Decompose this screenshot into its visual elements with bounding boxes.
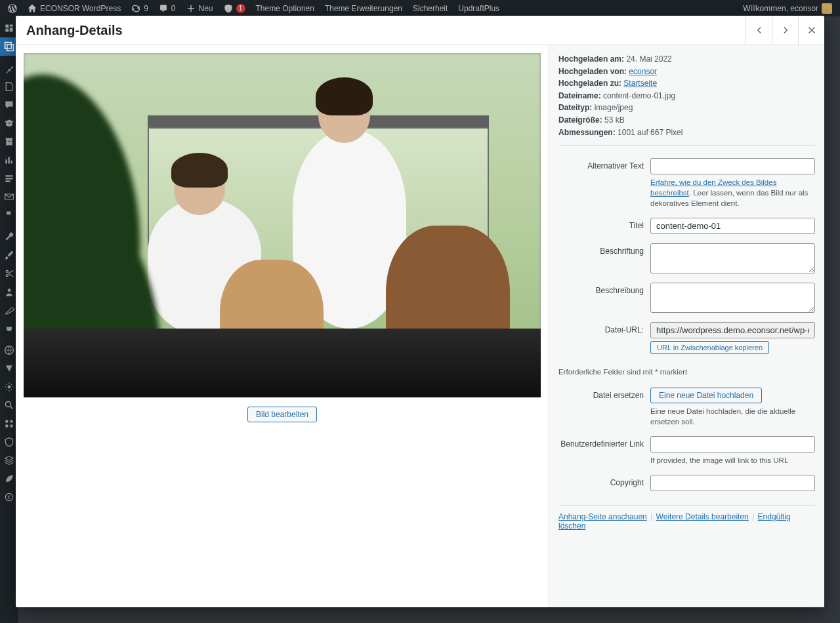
comments-count: 0: [171, 4, 176, 13]
required-note: Erforderliche Felder sind mit * markiert: [558, 367, 815, 377]
alt-text-label: Alternativer Text: [558, 158, 650, 171]
search-icon: [4, 400, 14, 411]
grid-icon: [4, 418, 14, 429]
title-input[interactable]: [650, 218, 815, 234]
layers-icon: [4, 455, 14, 466]
fileurl-label: Datei-URL:: [558, 322, 650, 334]
prev-button[interactable]: [746, 16, 772, 45]
greeting: Willkommen, econsor: [743, 4, 818, 13]
replace-help: Eine neue Datei hochladen, die die aktue…: [650, 406, 815, 427]
replace-label: Datei ersetzen: [558, 388, 650, 400]
new-label: Neu: [199, 4, 213, 13]
plug-icon: [4, 323, 14, 334]
plus-icon: [186, 4, 196, 13]
yoast-icon: [4, 363, 14, 374]
flag-icon: [4, 210, 14, 220]
modal-title: Anhang-Details: [16, 23, 746, 38]
menu-item-3[interactable]: UpdraftPlus: [453, 0, 505, 16]
comment-icon: [159, 4, 168, 13]
store-icon: [4, 136, 14, 147]
edit-image-button[interactable]: Bild bearbeiten: [247, 407, 317, 422]
site-name: ECONSOR WordPress: [40, 4, 121, 13]
customlink-help: If provided, the image will link to this…: [650, 455, 815, 466]
notif-badge: 1: [236, 4, 245, 13]
user-icon: [4, 287, 14, 297]
home-icon: [28, 4, 37, 13]
title-label: Titel: [558, 218, 650, 230]
view-attachment-link[interactable]: Anhang-Seite anschauen: [558, 512, 647, 521]
modal-header: Anhang-Details: [16, 16, 824, 45]
pin-icon: [4, 63, 14, 73]
gear-icon: [4, 382, 14, 392]
avatar-icon: [822, 3, 832, 14]
chevron-right-icon: [780, 24, 791, 36]
caption-input[interactable]: [650, 243, 815, 273]
comment-icon: [4, 100, 14, 110]
menu-item-0[interactable]: Theme Optionen: [251, 0, 320, 16]
attachment-details-modal: Anhang-Details Bild bearbeiten Hochgelad…: [16, 16, 824, 607]
media-preview: Bild bearbeiten: [16, 45, 549, 607]
shield-icon: [4, 437, 14, 447]
replace-upload-button[interactable]: Eine neue Datei hochladen: [650, 388, 762, 403]
close-button[interactable]: [798, 16, 824, 45]
alt-help: Erfahre, wie du den Zweck des Bildes bes…: [650, 177, 815, 209]
description-input[interactable]: [650, 283, 815, 313]
svg-point-3: [5, 401, 10, 407]
wrench-icon: [4, 231, 14, 242]
uploaded-by-link[interactable]: econsor: [629, 67, 657, 76]
caption-label: Beschriftung: [558, 243, 650, 256]
site-name-link[interactable]: ECONSOR WordPress: [22, 0, 126, 16]
brush-icon: [4, 250, 14, 260]
mail-icon: [4, 191, 14, 202]
menu-item-2[interactable]: Sicherheit: [408, 0, 453, 16]
copy-url-button[interactable]: URL in Zwischenablage kopieren: [650, 341, 769, 354]
updates-link[interactable]: 9: [126, 0, 154, 16]
globe-icon: [4, 345, 14, 355]
notifications[interactable]: 1: [219, 0, 251, 16]
admin-bar: ECONSOR WordPress 9 0 Neu 1 Theme Option…: [0, 0, 840, 16]
page-icon: [4, 81, 14, 92]
updates-count: 9: [144, 4, 148, 13]
wp-logo[interactable]: [3, 0, 22, 16]
chevron-left-icon: [753, 24, 765, 36]
comments-link[interactable]: 0: [154, 0, 181, 16]
attachment-actions: Anhang-Seite anschauen | Weitere Details…: [558, 505, 815, 531]
media-icon: [4, 41, 14, 52]
chart-icon: [4, 155, 14, 165]
copyright-input[interactable]: [650, 475, 815, 491]
leaf-icon: [4, 473, 14, 484]
grad-cap-icon: [4, 118, 14, 129]
tool-icon: [4, 305, 14, 315]
svg-point-0: [8, 289, 11, 292]
svg-point-2: [8, 386, 11, 389]
uploaded-to-link[interactable]: Startseite: [623, 79, 657, 88]
menu-item-1[interactable]: Theme Erweiterungen: [320, 0, 408, 16]
customlink-input[interactable]: [650, 436, 815, 452]
alt-text-input[interactable]: [650, 158, 815, 174]
svg-point-4: [5, 493, 12, 500]
close-icon: [806, 24, 818, 36]
next-button[interactable]: [772, 16, 798, 45]
scissors-icon: [4, 268, 14, 279]
wordpress-icon: [8, 4, 17, 13]
dashboard-icon: [4, 23, 14, 33]
details-pane: Hochgeladen am: 24. Mai 2022 Hochgeladen…: [549, 45, 824, 607]
description-label: Beschreibung: [558, 283, 650, 295]
copyright-label: Copyright: [558, 475, 650, 487]
form-icon: [4, 173, 14, 184]
attachment-meta: Hochgeladen am: 24. Mai 2022 Hochgeladen…: [558, 53, 815, 146]
new-content[interactable]: Neu: [181, 0, 219, 16]
edit-more-link[interactable]: Weitere Details bearbeiten: [656, 512, 749, 521]
fileurl-input[interactable]: [650, 322, 815, 338]
account-link[interactable]: Willkommen, econsor: [738, 0, 837, 16]
customlink-label: Benutzerdefinierter Link: [558, 436, 650, 449]
collapse-icon: [4, 492, 14, 502]
shield-icon: [224, 4, 233, 13]
attachment-image: [24, 53, 541, 397]
update-icon: [131, 4, 140, 13]
